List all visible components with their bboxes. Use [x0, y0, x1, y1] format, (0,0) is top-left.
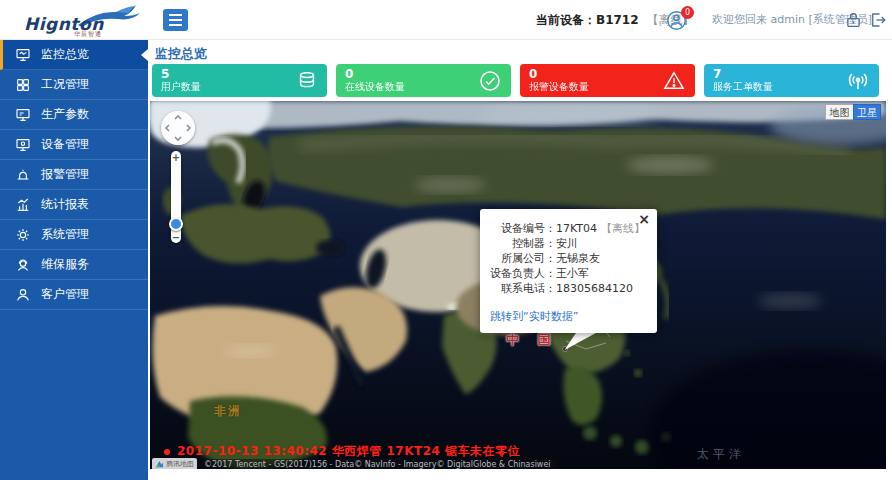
sidebar-item-condition-mgmt[interactable]: 工况管理 [0, 70, 148, 100]
notification-badge: 0 [681, 6, 694, 19]
current-device-label: 当前设备： [536, 13, 596, 27]
sidebar-item-system-mgmt[interactable]: 系统管理 [0, 220, 148, 250]
lock-icon [845, 11, 862, 29]
popup-offline-tag: 【离线】 [601, 221, 645, 236]
map-attribution: 腾讯地图 ©2017 Tencent - GS(2017)156 - Data©… [152, 458, 556, 469]
popup-row-label: 设备编号： [488, 221, 556, 236]
current-device-value: B1712 [596, 13, 639, 27]
welcome-prefix: 欢迎您回来 [712, 13, 771, 26]
realtime-data-link[interactable]: 跳转到“实时数据” [490, 309, 578, 324]
popup-row-value: 王小军 [556, 266, 589, 281]
map-zoom-control: + − [170, 151, 182, 243]
popup-row-value: 17KT04 [556, 221, 597, 236]
siren-icon [15, 167, 31, 183]
zoom-out-button[interactable]: − [170, 232, 182, 243]
attribution-text: ©2017 Tencent - GS(2017)156 - Data© NavI… [199, 459, 556, 470]
sidebar-item-label: 报警管理 [41, 166, 89, 183]
stat-label: 用户数量 [161, 81, 318, 93]
lock-button[interactable] [845, 11, 862, 33]
map-label-pacific: 太平洋 [697, 446, 745, 463]
map-layer-toggle: 地图 卫星 [825, 104, 881, 120]
sidebar-item-customer-mgmt[interactable]: 客户管理 [0, 280, 148, 310]
hamburger-icon [169, 14, 182, 26]
satellite-layer-button[interactable]: 卫星 [853, 104, 881, 120]
map-pan-control[interactable] [161, 111, 195, 145]
sidebar-item-label: 设备管理 [41, 136, 89, 153]
database-icon [296, 70, 318, 92]
page-title: 监控总览 [155, 45, 207, 63]
stat-card-work-orders[interactable]: 7 服务工单数量 [704, 64, 879, 97]
popup-row-label: 控制器： [488, 236, 556, 251]
warning-triangle-icon [662, 70, 686, 92]
alarm-dot-icon [164, 449, 170, 455]
logo-subtext: 华辰智通 [74, 30, 102, 39]
map-layer-button[interactable]: 地图 [825, 104, 853, 120]
zoom-slider-thumb[interactable] [169, 217, 183, 231]
sidebar-item-statistics[interactable]: 统计报表 [0, 190, 148, 220]
pan-arrows-icon [161, 111, 195, 145]
check-circle-icon [478, 69, 502, 93]
sidebar-nav: 监控总览 工况管理 生产参数 设备管理 报警管理 [0, 40, 148, 480]
map-label-africa: 非洲 [214, 403, 242, 420]
menu-toggle-button[interactable] [163, 9, 188, 31]
popup-row-label: 设备负责人： [488, 266, 556, 281]
sidebar-item-maintenance[interactable]: 维保服务 [0, 250, 148, 280]
world-map[interactable]: 地图 卫星 + − 中 国 非洲 太平洋 × 设备编号： 17KT04 [150, 101, 886, 469]
top-header: Hignton 华辰智通 当前设备：B1712 【离线】 0 欢迎您回来 adm… [0, 0, 892, 40]
logout-button[interactable] [869, 11, 887, 33]
broadcast-icon [846, 69, 870, 93]
tencent-logo-text: 腾讯地图 [166, 459, 194, 469]
headset-icon [15, 257, 31, 273]
popup-row-device-id: 设备编号： 17KT04 【离线】 [488, 221, 647, 236]
user-notifications-button[interactable]: 0 [666, 10, 698, 32]
stat-value: 5 [161, 67, 318, 81]
popup-row-owner: 设备负责人： 王小军 [488, 266, 647, 281]
gear-icon [15, 227, 31, 243]
device-info-popup: × 设备编号： 17KT04 【离线】 控制器： 安川 所属公司： 无锡泉友 设… [480, 209, 657, 333]
logout-icon [869, 11, 887, 29]
sidebar-item-label: 统计报表 [41, 196, 89, 213]
sidebar-item-alarm-mgmt[interactable]: 报警管理 [0, 160, 148, 190]
popup-row-value: 安川 [556, 236, 578, 251]
sidebar-item-label: 工况管理 [41, 76, 89, 93]
popup-row-label: 联系电话： [488, 281, 556, 296]
zoom-in-button[interactable]: + [170, 152, 182, 163]
bar-chart-icon [15, 197, 31, 213]
popup-row-controller: 控制器： 安川 [488, 236, 647, 251]
sidebar-item-label: 生产参数 [41, 106, 89, 123]
brand-logo: Hignton 华辰智通 [24, 3, 142, 37]
sidebar-item-label: 客户管理 [41, 286, 89, 303]
sidebar-item-label: 监控总览 [41, 46, 89, 63]
stat-card-users[interactable]: 5 用户数量 [152, 64, 327, 97]
popup-row-value: 无锡泉友 [556, 251, 600, 266]
monitor-device-icon [15, 137, 31, 153]
sidebar-item-production-params[interactable]: 生产参数 [0, 100, 148, 130]
map-label-china: 中 国 [506, 331, 558, 349]
tencent-logo-icon [155, 460, 164, 469]
stat-cards-row: 5 用户数量 0 在线设备数量 0 报警设备数量 [152, 64, 886, 97]
popup-row-phone: 联系电话： 18305684120 [488, 281, 647, 296]
tencent-maps-logo: 腾讯地图 [152, 458, 197, 469]
monitor-icon [15, 47, 31, 63]
stat-card-online-devices[interactable]: 0 在线设备数量 [336, 64, 511, 97]
sidebar-item-label: 维保服务 [41, 256, 89, 273]
grid-icon [15, 77, 31, 93]
monitor-chart-icon [15, 107, 31, 123]
person-icon [15, 287, 31, 303]
popup-row-value: 18305684120 [556, 281, 633, 296]
sidebar-item-device-mgmt[interactable]: 设备管理 [0, 130, 148, 160]
stat-card-alarm-devices[interactable]: 0 报警设备数量 [520, 64, 695, 97]
popup-row-label: 所属公司： [488, 251, 556, 266]
sidebar-item-monitor-overview[interactable]: 监控总览 [0, 40, 148, 70]
popup-row-company: 所属公司： 无锡泉友 [488, 251, 647, 266]
sidebar-item-label: 系统管理 [41, 226, 89, 243]
app-window: Hignton 华辰智通 当前设备：B1712 【离线】 0 欢迎您回来 adm… [0, 0, 892, 480]
